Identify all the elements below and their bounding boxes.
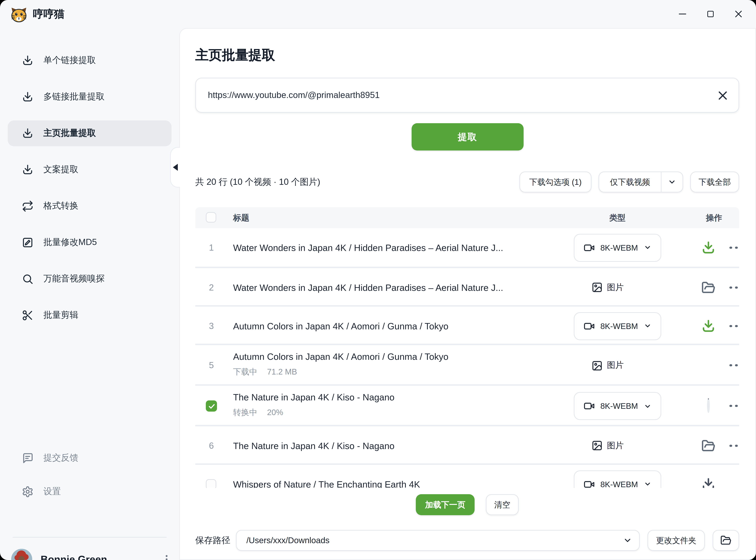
row-checkbox-checked[interactable] (206, 400, 217, 412)
select-all-checkbox[interactable] (206, 212, 216, 223)
format-dropdown[interactable]: 8K-WEBM (574, 234, 661, 261)
sidebar-item-settings[interactable]: 设置 (8, 479, 172, 505)
chevron-down-icon (643, 402, 651, 410)
main-panel: 主页批量提取 提取 共 20 行 (10 个视频 · 10 个图片) 下载勾选项… (179, 28, 756, 560)
more-actions-icon[interactable] (730, 364, 739, 367)
format-label: 8K-WEBM (600, 402, 638, 410)
url-input[interactable] (196, 78, 738, 112)
format-label: 8K-WEBM (600, 243, 638, 252)
gear-icon (22, 486, 34, 498)
status-label: 转换中 (233, 408, 257, 417)
row-status: 下载中71.2 MB (233, 367, 297, 377)
format-dropdown[interactable]: 8K-WEBM (574, 470, 661, 488)
table-row: 2 Water Wonders in Japan 4K / Hidden Par… (195, 267, 739, 306)
sidebar-item-batch-edit[interactable]: 批量剪辑 (8, 302, 172, 328)
open-folder-icon (720, 535, 732, 546)
column-header-actions: 操作 (706, 207, 722, 228)
table-row: The Nature in Japan 4K / Kiso - Nagano 转… (195, 384, 739, 426)
download-icon (22, 55, 34, 66)
sidebar-collapse-handle[interactable] (170, 147, 180, 187)
table-row: Whispers of Nature / The Enchanting Eart… (195, 463, 739, 488)
sidebar-item-multi-link[interactable]: 多链接批量提取 (8, 84, 172, 110)
repeat-icon (22, 200, 34, 212)
sidebar: 单个链接提取 多链接批量提取 主页批量提取 文案提取 格式转换 批量修改MD5 … (0, 28, 179, 560)
table-header: 标题 类型 操作 (195, 207, 739, 228)
download-icon[interactable] (701, 477, 716, 488)
video-only-label[interactable]: 仅下载视频 (599, 177, 661, 187)
row-title: Water Wonders in Japan 4K / Hidden Parad… (233, 282, 503, 293)
minimize-icon[interactable] (677, 9, 688, 19)
row-number: 6 (209, 441, 214, 451)
maximize-icon[interactable] (705, 9, 715, 19)
more-actions-icon[interactable] (730, 286, 739, 288)
feedback-icon (22, 452, 34, 464)
sidebar-item-label: 主页批量提取 (43, 127, 96, 139)
download-icon (22, 91, 34, 103)
type-image: 图片 (592, 281, 624, 293)
type-image: 图片 (592, 359, 624, 371)
clear-button[interactable]: 清空 (486, 494, 519, 515)
sidebar-item-batch-md5[interactable]: 批量修改MD5 (8, 229, 172, 256)
avatar (11, 549, 32, 560)
download-icon (22, 164, 34, 176)
download-checked-button[interactable]: 下载勾选项 (1) (519, 172, 592, 193)
save-path-select[interactable]: /Users/xxx/Downloads (236, 530, 640, 551)
more-actions-icon[interactable] (730, 246, 739, 249)
load-next-page-button[interactable]: 加载下一页 (416, 494, 475, 515)
type-label: 图片 (607, 359, 624, 371)
title-bar: 哼哼猫 (0, 0, 756, 28)
url-input-wrap (195, 78, 739, 113)
chevron-down-icon[interactable] (661, 178, 682, 186)
change-folder-button[interactable]: 更改文件夹 (648, 530, 705, 551)
download-icon (22, 127, 34, 139)
chevron-down-icon (643, 480, 651, 488)
row-number: 3 (209, 321, 214, 331)
format-label: 8K-WEBM (600, 480, 638, 488)
format-dropdown[interactable]: 8K-WEBM (574, 392, 661, 420)
save-path-label: 保存路径 (195, 530, 230, 551)
sidebar-item-feedback[interactable]: 提交反馈 (8, 445, 172, 471)
cat-logo-icon (11, 6, 27, 22)
close-icon[interactable] (733, 9, 743, 19)
clear-input-icon[interactable] (715, 88, 730, 102)
sidebar-item-format-convert[interactable]: 格式转换 (8, 193, 172, 219)
extract-button[interactable]: 提取 (412, 123, 523, 151)
download-icon[interactable] (701, 240, 716, 255)
more-actions-icon[interactable] (730, 325, 739, 327)
file-pen-icon (22, 237, 34, 248)
format-label: 8K-WEBM (600, 322, 638, 330)
video-only-split-button[interactable]: 仅下载视频 (598, 172, 683, 193)
open-folder-icon[interactable] (701, 439, 715, 453)
user-profile[interactable]: Bonnie Green (0, 546, 179, 560)
kebab-menu-icon[interactable] (158, 551, 175, 560)
row-number: 1 (209, 243, 214, 252)
table-row: 6 The Nature in Japan 4K / Kiso - Nagano… (195, 425, 739, 465)
chevron-left-icon (172, 163, 179, 172)
status-value: 71.2 MB (267, 367, 297, 376)
more-actions-icon[interactable] (730, 444, 739, 447)
download-icon[interactable] (701, 319, 716, 333)
type-image: 图片 (592, 440, 624, 452)
row-checkbox[interactable] (206, 479, 216, 488)
user-name: Bonnie Green (41, 546, 107, 560)
sidebar-item-label: 单个链接提取 (43, 55, 96, 66)
sidebar-item-copy-extract[interactable]: 文案提取 (8, 157, 172, 183)
row-title: The Nature in Japan 4K / Kiso - Nagano (233, 440, 395, 451)
more-actions-icon[interactable] (730, 405, 739, 407)
video-icon (584, 242, 595, 253)
sidebar-item-label: 文案提取 (43, 164, 78, 176)
sidebar-item-homepage-batch[interactable]: 主页批量提取 (8, 120, 172, 146)
search-icon (22, 273, 34, 285)
sidebar-item-label: 设置 (43, 486, 61, 498)
open-folder-button[interactable] (713, 530, 739, 551)
app-title: 哼哼猫 (33, 0, 64, 28)
image-icon (592, 360, 603, 371)
status-label: 下载中 (233, 367, 257, 376)
row-number: 2 (209, 282, 214, 292)
download-all-button[interactable]: 下载全部 (690, 172, 739, 193)
app-window: 哼哼猫 单个链接提取 多链接批量提取 主页批量提取 文案提取 格式转换 (0, 0, 756, 560)
open-folder-icon[interactable] (701, 280, 715, 294)
sidebar-item-single-link[interactable]: 单个链接提取 (8, 47, 172, 74)
format-dropdown[interactable]: 8K-WEBM (574, 312, 661, 340)
sidebar-item-sniffer[interactable]: 万能音视频嗅探 (8, 266, 172, 292)
